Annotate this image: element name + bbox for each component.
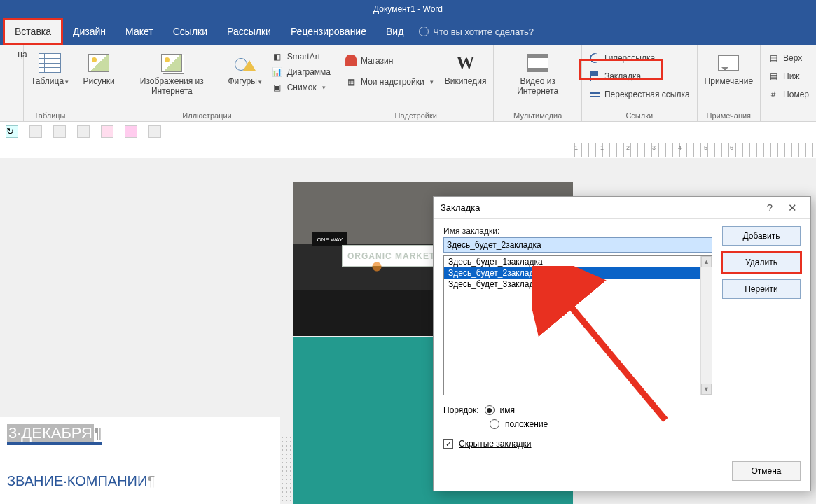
list-item[interactable]: Здесь_будет_2закладка bbox=[444, 267, 712, 279]
goto-button[interactable]: Перейти bbox=[722, 279, 801, 299]
my-addins-button[interactable]: ▦Мои надстройки▾ bbox=[343, 76, 436, 88]
group-label-media: Мультимедиа bbox=[497, 111, 578, 121]
wikipedia-button[interactable]: W Википедия bbox=[441, 49, 491, 88]
dialog-title: Закладка bbox=[441, 202, 480, 213]
qat-redo[interactable]: ↻ bbox=[6, 125, 18, 138]
halftone-decoration bbox=[280, 435, 293, 504]
ribbon: ца Таблица▾ Таблицы Рисунки Изображения … bbox=[0, 45, 816, 122]
sort-label: Порядок: bbox=[443, 405, 479, 415]
list-item[interactable]: Здесь_будет_3закладка bbox=[444, 279, 712, 290]
crossref-icon bbox=[589, 89, 600, 100]
header-icon: ▤ bbox=[768, 52, 779, 64]
chart-icon: 📊 bbox=[272, 66, 283, 78]
delete-button[interactable]: Удалить bbox=[722, 253, 801, 272]
document-text-column: 3·ДЕКАБРЯ¶ ЗВАНИЕ·КОМПАНИИ¶ bbox=[0, 417, 280, 504]
qat-btn-3[interactable] bbox=[77, 125, 90, 138]
qat-btn-1[interactable] bbox=[29, 125, 42, 138]
sort-by-location-radio[interactable] bbox=[490, 419, 499, 429]
tab-review[interactable]: Рецензирование bbox=[281, 18, 376, 45]
ribbon-tabstrip: Вставка Дизайн Макет Ссылки Рассылки Рец… bbox=[0, 18, 816, 45]
qat-btn-5[interactable] bbox=[125, 125, 137, 138]
pictures-icon bbox=[86, 50, 111, 76]
list-item[interactable]: Здесь_будет_1закладка bbox=[444, 256, 712, 267]
horizontal-ruler[interactable]: 1123456 bbox=[0, 141, 816, 158]
store-button[interactable]: Магазин bbox=[343, 55, 436, 67]
qat-btn-4[interactable] bbox=[101, 125, 113, 138]
smartart-button[interactable]: ◧SmartArt bbox=[269, 50, 333, 63]
bookmark-name-label: Имя закладки: bbox=[443, 226, 712, 236]
company-heading: ЗВАНИЕ·КОМПАНИИ¶ bbox=[7, 473, 273, 489]
header-button[interactable]: ▤Верх bbox=[765, 52, 812, 64]
tab-layout[interactable]: Макет bbox=[116, 18, 163, 45]
dialog-close-button[interactable]: ✕ bbox=[781, 202, 803, 214]
hyperlink-button[interactable]: Гиперссылка bbox=[586, 52, 693, 64]
group-headerfooter-partial: ▤Верх ▤Ниж #Номер bbox=[761, 45, 816, 121]
ruler-numbers: 1123456 bbox=[574, 144, 733, 151]
secondary-toolbar: ↻ bbox=[0, 122, 816, 141]
dialog-help-button[interactable]: ? bbox=[759, 202, 781, 214]
group-links: Гиперссылка Закладка Перекрестная ссылка… bbox=[582, 45, 698, 121]
online-video-button[interactable]: Видео из Интернета bbox=[497, 49, 578, 98]
hidden-bookmarks-label: Скрытые закладки bbox=[459, 439, 532, 449]
group-media: Видео из Интернета Мультимедиа bbox=[494, 45, 581, 121]
group-tables: Таблица▾ Таблицы bbox=[24, 45, 76, 121]
sort-by-name-label: имя bbox=[500, 405, 515, 415]
group-label-comments: Примечания bbox=[700, 111, 757, 121]
screenshot-icon: ▣ bbox=[272, 82, 283, 93]
bookmark-button[interactable]: Закладка bbox=[586, 70, 693, 83]
bookmark-name-input[interactable] bbox=[443, 237, 712, 253]
tab-mailings[interactable]: Рассылки bbox=[217, 18, 281, 45]
group-illustrations: Рисунки Изображения из Интернета Фигуры▾… bbox=[76, 45, 338, 121]
online-pictures-button[interactable]: Изображения из Интернета bbox=[121, 49, 223, 98]
lightbulb-icon bbox=[419, 27, 429, 36]
group-label-illustrations: Иллюстрации bbox=[79, 111, 335, 121]
group-label-tables: Таблицы bbox=[27, 111, 73, 121]
group-comments: Примечание Примечания bbox=[698, 45, 761, 121]
crossref-button[interactable]: Перекрестная ссылка bbox=[586, 88, 693, 101]
tab-design[interactable]: Дизайн bbox=[63, 18, 116, 45]
shapes-button[interactable]: Фигуры▾ bbox=[226, 49, 265, 88]
oneway-sign: ONE WAY bbox=[312, 232, 347, 246]
dialog-titlebar[interactable]: Закладка ? ✕ bbox=[434, 197, 810, 219]
cancel-button[interactable]: Отмена bbox=[732, 461, 801, 481]
bookmark-dialog: Закладка ? ✕ Имя закладки: Здесь_будет_1… bbox=[433, 196, 811, 491]
add-button[interactable]: Добавить bbox=[722, 226, 801, 246]
listbox-scrollbar[interactable]: ▲ ▼ bbox=[700, 256, 712, 395]
bookmark-listbox[interactable]: Здесь_будет_1закладка Здесь_будет_2закла… bbox=[443, 255, 712, 396]
link-icon bbox=[589, 52, 600, 64]
table-icon bbox=[37, 50, 62, 76]
online-pictures-icon bbox=[159, 50, 184, 76]
tell-me-search[interactable]: Что вы хотите сделать? bbox=[419, 18, 534, 45]
footer-button[interactable]: ▤Ниж bbox=[765, 70, 812, 83]
chart-button[interactable]: 📊Диаграмма bbox=[269, 66, 333, 78]
document-title: Документ1 - Word bbox=[373, 4, 443, 14]
film-icon bbox=[525, 50, 551, 76]
wikipedia-icon: W bbox=[453, 50, 478, 76]
scroll-up-icon[interactable]: ▲ bbox=[701, 256, 712, 267]
footer-icon: ▤ bbox=[768, 71, 779, 82]
tab-view[interactable]: Вид bbox=[376, 18, 413, 45]
screenshot-button[interactable]: ▣Снимок▾ bbox=[269, 81, 333, 94]
smartart-icon: ◧ bbox=[272, 51, 283, 62]
group-addins: Магазин ▦Мои надстройки▾ W Википедия Над… bbox=[338, 45, 494, 121]
table-button[interactable]: Таблица▾ bbox=[27, 49, 73, 88]
sort-by-location-label: положение bbox=[505, 419, 548, 429]
tab-references[interactable]: Ссылки bbox=[163, 18, 217, 45]
addins-icon: ▦ bbox=[345, 76, 357, 88]
qat-btn-2[interactable] bbox=[53, 125, 66, 138]
title-bar: Документ1 - Word bbox=[0, 0, 816, 18]
pictures-button[interactable]: Рисунки bbox=[79, 49, 118, 88]
page-number-button[interactable]: #Номер bbox=[765, 88, 812, 101]
page-number-icon: # bbox=[768, 89, 779, 100]
hidden-bookmarks-checkbox[interactable]: ✓ bbox=[443, 439, 453, 449]
qat-btn-6[interactable] bbox=[148, 125, 161, 138]
scroll-down-icon[interactable]: ▼ bbox=[701, 384, 712, 395]
sort-by-name-radio[interactable] bbox=[485, 405, 495, 415]
group-label-links: Ссылки bbox=[585, 111, 694, 121]
tab-insert[interactable]: Вставка bbox=[3, 18, 63, 45]
shapes-icon bbox=[233, 50, 258, 76]
comment-button[interactable]: Примечание bbox=[700, 49, 757, 88]
group-pages-partial: ца bbox=[0, 45, 24, 121]
flag-icon bbox=[589, 71, 600, 82]
comment-icon bbox=[716, 50, 741, 76]
